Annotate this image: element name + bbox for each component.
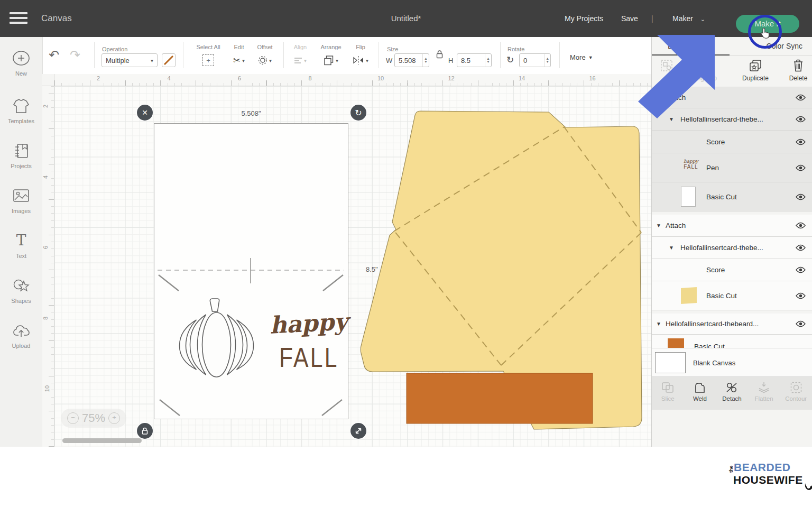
size-lock-icon[interactable] (436, 50, 444, 61)
rotate-field[interactable]: ▲▼ (519, 53, 551, 67)
visibility-eye-icon[interactable] (796, 320, 806, 327)
sidebar-item-projects[interactable]: Projects (0, 143, 42, 169)
expander-caret-icon[interactable]: ▼ (669, 245, 674, 251)
expander-caret-icon[interactable]: ▼ (669, 116, 674, 122)
visibility-eye-icon[interactable] (796, 266, 806, 273)
expander-caret-icon[interactable]: ▼ (656, 321, 661, 327)
canvas-viewport[interactable]: happy FALL ✕ ↻ 5.508" 8.5" − 75% + (54, 86, 651, 447)
layer-label: Score (706, 138, 725, 146)
templates-icon (12, 106, 30, 115)
tab-layers[interactable]: Layers (668, 37, 690, 56)
width-field[interactable]: ▲▼ (394, 53, 429, 67)
slice-button[interactable]: Slice (652, 377, 684, 410)
sidebar-item-new[interactable]: New (0, 50, 42, 77)
make-it-button[interactable]: Make It (736, 15, 799, 33)
sidebar-item-text[interactable]: TText (0, 233, 42, 259)
lock-icon (140, 426, 150, 436)
rotate-handle[interactable]: ↻ (350, 105, 366, 121)
card-text-happy[interactable]: happy (269, 308, 348, 339)
delete-button[interactable]: Delete (785, 58, 812, 82)
ungroup-button[interactable]: Ungroup (686, 58, 723, 82)
sidebar-item-shapes[interactable]: Shapes (0, 278, 42, 304)
operation-dropdown[interactable]: Multiple ▾ (102, 53, 158, 67)
duplicate-button[interactable]: Duplicate (736, 58, 774, 82)
flip-button[interactable]: Flip ▾ (349, 44, 372, 67)
height-input[interactable] (457, 57, 485, 64)
pumpkin-artwork[interactable] (162, 297, 271, 382)
zoom-out-button[interactable]: − (67, 412, 79, 424)
selected-card[interactable]: happy FALL ✕ ↻ 5.508" 8.5" (154, 123, 348, 419)
liner-rectangle (407, 373, 593, 423)
resize-handle[interactable] (350, 423, 366, 439)
layer-row-basic-cut[interactable]: Basic Cut (652, 281, 812, 310)
hamburger-menu-icon[interactable] (10, 12, 27, 25)
arrange-button[interactable]: Arrange ▾ (316, 44, 346, 67)
height-stepper[interactable]: ▲▼ (485, 54, 491, 67)
select-all-button[interactable]: Select All + (191, 44, 225, 67)
my-projects-link[interactable]: My Projects (565, 0, 603, 37)
expander-caret-icon[interactable]: ▼ (656, 223, 661, 228)
offset-button[interactable]: Offset ▾ (253, 44, 277, 67)
left-sidebar: NewTemplatesProjectsImagesTTextShapesUpl… (0, 37, 43, 447)
zoom-in-button[interactable]: + (108, 412, 120, 424)
layer-row-score[interactable]: Score (652, 259, 812, 281)
layer-row-attach[interactable]: ▼Attach (652, 87, 812, 108)
more-button[interactable]: More▼ (570, 53, 593, 61)
layer-row-hellofallinsertcard-thebe[interactable]: ▼Hellofallinsertcard-thebe... (652, 108, 812, 131)
edit-toolbar: ↶ ↷ Operation Multiple ▾ Select All + Ed… (42, 37, 651, 75)
redo-icon[interactable]: ↷ (70, 48, 80, 62)
layer-row-hellofallinsertcard-thebe[interactable]: ▼Hellofallinsertcard-thebe... (652, 237, 812, 259)
visibility-eye-icon[interactable] (796, 139, 806, 145)
delete-handle[interactable]: ✕ (137, 105, 153, 121)
layer-thumbnail (681, 288, 697, 303)
align-button[interactable]: Align ▾ (289, 44, 312, 67)
rotate-label: Rotate (508, 44, 524, 53)
ruler-h-number: 12 (448, 75, 454, 81)
machine-select[interactable]: Maker ⌄ (672, 0, 705, 37)
text-icon: T (13, 241, 29, 250)
visibility-eye-icon[interactable] (796, 164, 806, 171)
visibility-eye-icon[interactable] (796, 222, 806, 229)
visibility-eye-icon[interactable] (796, 194, 806, 200)
lock-handle[interactable] (137, 423, 153, 439)
beard-icon (804, 483, 812, 491)
layer-row-pen[interactable]: happyFALLPen (652, 153, 812, 182)
visibility-eye-icon[interactable] (796, 94, 806, 101)
edit-button[interactable]: Edit ✂▾ (227, 44, 251, 67)
rotate-icon: ↻ (506, 54, 514, 66)
layer-label: Attach (666, 222, 686, 229)
detach-button[interactable]: Detach (716, 377, 748, 410)
rotate-input[interactable] (520, 57, 544, 64)
visibility-eye-icon[interactable] (796, 244, 806, 251)
visibility-eye-icon[interactable] (796, 292, 806, 299)
layer-row-hellofallinsertcard-thebeard[interactable]: ▼Hellofallinsertcard-thebeard... (652, 314, 812, 335)
rotate-stepper[interactable]: ▲▼ (544, 54, 550, 67)
card-text-fall[interactable]: FALL (279, 342, 339, 373)
width-stepper[interactable]: ▲▼ (422, 54, 429, 67)
sidebar-item-images[interactable]: Images (0, 188, 42, 214)
width-input[interactable] (395, 57, 422, 64)
group-button[interactable] (658, 58, 675, 73)
height-field[interactable]: ▲▼ (457, 53, 492, 67)
layer-row-attach[interactable]: ▼Attach (652, 215, 812, 237)
layer-row-score[interactable]: Score (652, 131, 812, 153)
layer-thumbnail: happyFALL (681, 159, 701, 177)
operation-color-swatch[interactable] (162, 53, 176, 67)
blank-canvas-row[interactable]: Blank Canvas (652, 348, 812, 377)
undo-icon[interactable]: ↶ (49, 48, 59, 62)
contour-button[interactable]: Contour (780, 377, 812, 410)
layer-row-basic-cut[interactable]: Basic Cut (652, 182, 812, 211)
layer-label: Score (706, 266, 725, 274)
sidebar-item-templates[interactable]: Templates (0, 98, 42, 124)
layer-label: Hellofallinsertcard-thebe... (680, 115, 763, 123)
sidebar-item-upload[interactable]: Upload (0, 322, 42, 349)
expander-caret-icon[interactable]: ▼ (656, 95, 661, 100)
weld-button[interactable]: Weld (684, 377, 716, 410)
tab-color-sync[interactable]: Color Sync (767, 37, 802, 56)
save-link[interactable]: Save (621, 0, 638, 37)
flatten-button[interactable]: Flatten (748, 377, 780, 410)
delete-icon (785, 58, 812, 73)
horizontal-scrollbar[interactable] (62, 438, 142, 443)
envelope-artwork[interactable] (54, 86, 651, 447)
visibility-eye-icon[interactable] (796, 116, 806, 123)
